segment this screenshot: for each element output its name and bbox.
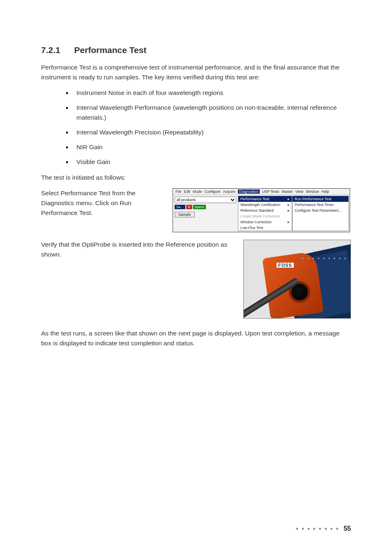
step2-text: Verify that the OptiProbe is inserted in…: [41, 240, 231, 259]
page-number: 55: [344, 525, 351, 532]
step2-row: Verify that the OptiProbe is inserted in…: [41, 240, 351, 319]
instrument-photo: FOSS ▲ ▲ ▲ ▲ ▲ ▲ ▲ ▲ ▲: [243, 240, 351, 319]
menu-acquire[interactable]: Acquire: [223, 190, 236, 194]
menu-item-low-flux-test[interactable]: Low-Flux Test: [238, 225, 292, 231]
submenu-run-performance-test[interactable]: Run Performance Test: [293, 196, 348, 202]
menu-window[interactable]: Window: [306, 190, 319, 194]
section-heading: 7.2.1 Performance Test: [41, 45, 351, 55]
chevron-right-icon: ▸: [288, 203, 290, 207]
menu-item-window-correction[interactable]: Window Correction▸: [238, 219, 292, 225]
diagnostics-dropdown: Performance Test▸ Wavelength Certificati…: [238, 196, 292, 231]
menu-item-reference-standard[interactable]: Reference Standard▸: [238, 208, 292, 213]
chevron-right-icon: ▸: [288, 220, 290, 224]
footer-ornament: ■ ■ ■ ■ ■ ■ ■ ■: [296, 527, 339, 531]
page-footer: ■ ■ ■ ■ ■ ■ ■ ■ 55: [296, 525, 351, 532]
submenu-performance-test-timer[interactable]: Performance Test Timer: [293, 202, 348, 208]
menu-item-wavelength-certification[interactable]: Wavelength Certification▸: [238, 202, 292, 208]
doc-tab-spectr[interactable]: Spectr: [193, 205, 206, 209]
menu-item-performance-test[interactable]: Performance Test▸: [238, 196, 292, 202]
menu-configure[interactable]: Configure: [205, 190, 221, 194]
key-items-list: Instrument Noise in each of four wavelen…: [41, 88, 351, 167]
menu-diagnostics[interactable]: Diagnostics: [238, 190, 260, 194]
step1-text: Select Performance Test from the Diagnos…: [41, 188, 156, 218]
brand-label: FOSS: [277, 263, 294, 268]
section-number: 7.2.1: [41, 45, 60, 55]
list-item: Instrument Noise in each of four wavelen…: [66, 88, 351, 98]
menu-help[interactable]: Help: [321, 190, 329, 194]
submenu-configure-test-params[interactable]: Configure Test Parameters…: [293, 208, 348, 213]
indicator-dots-icon: ▲ ▲ ▲ ▲ ▲ ▲ ▲ ▲ ▲: [301, 257, 347, 259]
performance-test-submenu: Run Performance Test Performance Test Ti…: [292, 196, 349, 231]
menu-view[interactable]: View: [295, 190, 303, 194]
close-icon[interactable]: ✕: [186, 205, 192, 209]
section-title: Performance Test: [74, 45, 147, 55]
menu-screenshot: File Edit Mode Configure Acquire Diagnos…: [173, 188, 350, 232]
menu-mode[interactable]: Mode: [193, 190, 202, 194]
sample-button[interactable]: Sample: [175, 212, 195, 217]
list-item: Visible Gain: [66, 157, 351, 167]
initiated-paragraph: The test is initiated as follows:: [41, 173, 351, 183]
closing-paragraph: As the test runs, a screen like that sho…: [41, 328, 351, 348]
menu-edit[interactable]: Edit: [184, 190, 191, 194]
doc-tab-sa[interactable]: Sa…: [175, 205, 185, 209]
list-item: Internal Wavelength Performance (wavelen…: [66, 103, 351, 123]
list-item: Internal Wavelength Precision (Repeatabi…: [66, 127, 351, 137]
step1-row: Select Performance Test from the Diagnos…: [41, 188, 351, 232]
list-item: NIR Gain: [66, 142, 351, 152]
menu-item-create-blank-correction: Create Blank Correction: [238, 213, 292, 219]
intro-paragraph: Performance Test is a comprehensive test…: [41, 62, 351, 82]
menu-file[interactable]: File: [175, 190, 182, 194]
menu-master[interactable]: Master: [281, 190, 293, 194]
app-menubar: File Edit Mode Configure Acquire Diagnos…: [173, 189, 350, 195]
chevron-right-icon: ▸: [288, 208, 290, 213]
product-select[interactable]: all products: [175, 197, 236, 203]
page: 7.2.1 Performance Test Performance Test …: [0, 0, 392, 555]
chevron-right-icon: ▸: [288, 197, 290, 201]
menu-usp-tests[interactable]: USP Tests: [262, 190, 279, 194]
